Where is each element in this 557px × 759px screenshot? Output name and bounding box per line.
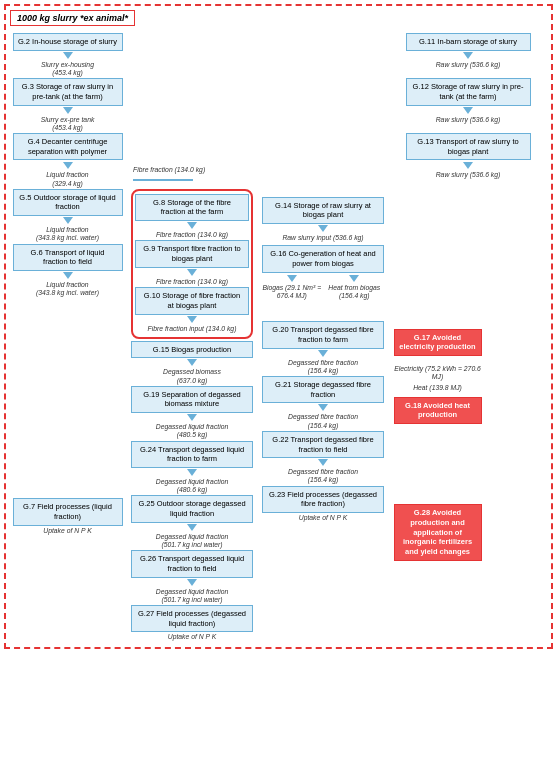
- G4-box: G.4 Decanter centrifuge separation with …: [13, 133, 123, 161]
- arrow-G5-G6: [63, 217, 73, 224]
- G18-box: G.18 Avoided heat production: [394, 397, 482, 425]
- G21-box: G.21 Storage degassed fibre fraction: [262, 376, 384, 404]
- label-uptake-npk-1: Uptake of N P K: [43, 527, 91, 535]
- G11-box: G.11 In-barn storage of slurry: [406, 33, 531, 51]
- G15-box: G.15 Biogas production: [131, 341, 253, 359]
- label-liq-frac-2: Liquid fraction(343.8 kg incl. water): [36, 226, 99, 242]
- label-fibre-frac-G4: Fibre fraction (134.0 kg): [133, 166, 205, 174]
- G23-box: G.23 Field processes (degassed fibre fra…: [262, 486, 384, 514]
- label-raw-slurry-input: Raw slurry input (536.6 kg): [282, 234, 363, 242]
- label-deg-fibre-3: Degassed fibre fraction(156.4 kg): [288, 468, 358, 484]
- outer-dashed-border: 1000 kg slurry *ex animal* G.2 In-house …: [4, 4, 553, 649]
- arrow-G21-G22: [318, 404, 328, 411]
- arrow-G22-G23: [318, 459, 328, 466]
- label-fibre-G9: Fibre fraction (134.0 kg): [156, 278, 228, 286]
- arrow-G16-heat-label: [349, 275, 359, 282]
- arrow-G6-G7: [63, 272, 73, 279]
- G14-box: G.14 Storage of raw slurry at biogas pla…: [262, 197, 384, 225]
- arrow-G13-G14: [463, 162, 473, 169]
- G28-box: G.28 Avoided production and application …: [394, 504, 482, 561]
- G13-box: G.13 Transport of raw slurry to biogas p…: [406, 133, 531, 161]
- label-raw-slurry-3: Raw slurry (536.6 kg): [436, 171, 501, 179]
- G9-box: G.9 Transport fibre fraction to biogas p…: [135, 240, 249, 268]
- label-biogas: Biogas (29.1 Nm³ = 676.4 MJ): [262, 284, 322, 300]
- label-deg-fibre-1: Degassed fibre fraction(156.4 kg): [288, 359, 358, 375]
- label-heat: Heat (139.8 MJ): [413, 384, 462, 392]
- G7-box: G.7 Field processes (liquid fraction): [13, 498, 123, 526]
- G24-box: G.24 Transport degassed liquid fraction …: [131, 441, 253, 469]
- arrow-G12-G13: [463, 107, 473, 114]
- label-uptake-npk-2: Uptake of N P K: [168, 633, 216, 641]
- G22-box: G.22 Transport degassed fibre fraction t…: [262, 431, 384, 459]
- arrow-G20-G21: [318, 350, 328, 357]
- arrow-G19-G24: [187, 414, 197, 421]
- hline-fibre: [133, 179, 193, 181]
- G5-box: G.5 Outdoor storage of liquid fraction: [13, 189, 123, 217]
- arrow-G24-G25: [187, 469, 197, 476]
- G27-box: G.27 Field processes (degassed liquid fr…: [131, 605, 253, 633]
- label-heat-from-biogas: Heat from biogas (156.4 kg): [325, 284, 385, 300]
- label-raw-slurry-1: Raw slurry (536.6 kg): [436, 61, 501, 69]
- G16-box: G.16 Co-generation of heat and power fro…: [262, 245, 384, 273]
- label-slurry-ex-housing-1: Slurry ex-housing(453.4 kg): [41, 61, 94, 77]
- label-deg-liq-4: Degassed liquid fraction(501.7 kg incl w…: [156, 588, 229, 604]
- title-text: 1000 kg slurry *ex animal*: [17, 13, 128, 23]
- label-deg-liq-2: Degassed liquid fraction(480.6 kg): [156, 478, 229, 494]
- label-slurry-ex-pretank: Slurry ex-pre tank(453.4 kg): [41, 116, 95, 132]
- label-liquid-frac-1: Liquid fraction(329.4 kg): [46, 171, 88, 187]
- G26-box: G.26 Transport degassed liquid fraction …: [131, 550, 253, 578]
- arrow-G10-G15: [187, 316, 197, 323]
- arrow-G8-G9: [187, 222, 197, 229]
- label-deg-liq-3: Degassed liquid fraction(501.7 kg incl w…: [156, 533, 229, 549]
- G25-box: G.25 Outdoor storage degassed liquid fra…: [131, 495, 253, 523]
- arrow-G2-G3: [63, 52, 73, 59]
- arrow-G15-G19: [187, 359, 197, 366]
- G12-box: G.12 Storage of raw slurry in pre-tank (…: [406, 78, 531, 106]
- G10-box: G.10 Storage of fibre fraction at biogas…: [135, 287, 249, 315]
- label-deg-fibre-2: Degassed fibre fraction(156.4 kg): [288, 413, 358, 429]
- G17-box: G.17 Avoided electricity production: [394, 329, 482, 357]
- arrow-G16-elec: [287, 275, 297, 282]
- arrow-G14-G15: [318, 225, 328, 232]
- arrow-G3-G4: [63, 107, 73, 114]
- label-electricity: Electricity (75.2 kWh = 270.6 MJ): [390, 365, 485, 381]
- label-fibre-G8: Fibre fraction (134.0 kg): [156, 231, 228, 239]
- label-raw-slurry-2: Raw slurry (536.6 kg): [436, 116, 501, 124]
- arrow-G11-G12: [463, 52, 473, 59]
- arrow-G9-G10: [187, 269, 197, 276]
- G8-box: G.8 Storage of the fibre fraction at the…: [135, 194, 249, 222]
- arrow-G26-G27: [187, 579, 197, 586]
- label-fibre-input: Fibre fraction input (134.0 kg): [148, 325, 237, 333]
- label-uptake-npk-3: Uptake of N P K: [299, 514, 347, 522]
- arrow-G25-G26: [187, 524, 197, 531]
- G20-box: G.20 Transport degassed fibre fraction t…: [262, 321, 384, 349]
- G2-box: G.2 In-house storage of slurry: [13, 33, 123, 51]
- label-deg-liq-1: Degassed liquid fraction(480.5 kg): [156, 423, 229, 439]
- G6-box: G.6 Transport of liquid fraction to fiel…: [13, 244, 123, 272]
- G19-box: G.19 Separation of degassed biomass mixt…: [131, 386, 253, 414]
- red-group-G8-G10: G.8 Storage of the fibre fraction at the…: [131, 189, 253, 339]
- arrow-G4-G5: [63, 162, 73, 169]
- title-box: 1000 kg slurry *ex animal*: [10, 10, 135, 26]
- label-liq-frac-3: Liquid fraction(343.8 kg incl. water): [36, 281, 99, 297]
- label-degassed-biomass: Degassed biomass(637.0 kg): [163, 368, 221, 384]
- G3-box: G.3 Storage of raw slurry in pre-tank (a…: [13, 78, 123, 106]
